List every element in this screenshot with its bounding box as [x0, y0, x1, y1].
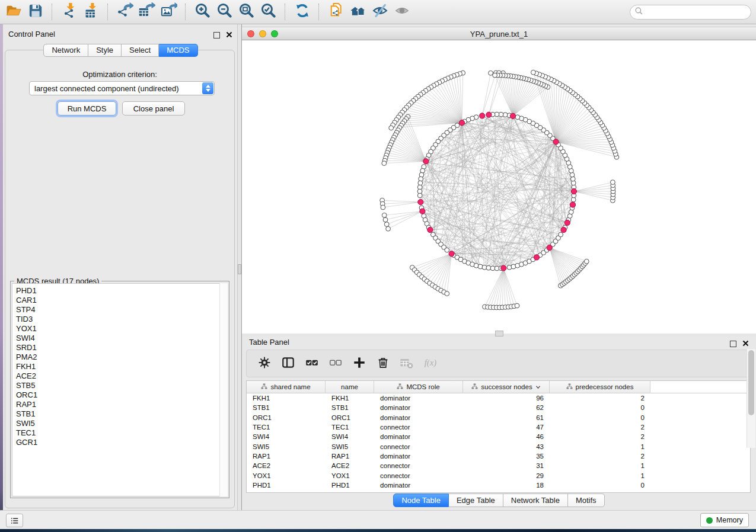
mcds-result-item[interactable]: RAP1 — [16, 400, 227, 409]
zoom-out-icon — [216, 2, 233, 21]
tree-icon — [566, 383, 573, 391]
deselect-all-checkboxes-button[interactable] — [326, 354, 344, 373]
column-header-predecessor-nodes[interactable]: predecessor nodes — [550, 381, 650, 393]
table-cell: YOX1 — [247, 472, 326, 479]
zoom-in-button[interactable] — [192, 2, 213, 22]
mcds-result-item[interactable]: ACE2 — [16, 371, 227, 381]
close-panel-button[interactable]: Close panel — [122, 101, 185, 116]
table-scrollbar[interactable] — [747, 349, 755, 448]
import-network-button[interactable] — [58, 2, 80, 22]
refresh-button[interactable] — [291, 2, 313, 22]
clone-network-button[interactable] — [325, 2, 347, 22]
table-row[interactable]: SWI4SWI4dominator462 — [247, 432, 750, 441]
mcds-result-item[interactable]: STB1 — [16, 409, 227, 419]
close-traffic-light[interactable] — [247, 30, 254, 37]
table-row[interactable]: ACE2ACE2connector311 — [247, 461, 750, 470]
column-header-label: MCDS role — [406, 383, 439, 390]
network-window-titlebar[interactable]: YPA_prune.txt_1 — [242, 27, 756, 40]
tab-edge-table[interactable]: Edge Table — [449, 493, 503, 507]
import-table-button[interactable] — [80, 2, 102, 22]
table-cell: dominator — [374, 395, 463, 402]
mcds-result-item[interactable]: ORC1 — [16, 390, 227, 400]
network-canvas[interactable] — [242, 40, 756, 334]
mcds-result-item[interactable]: CAR1 — [16, 296, 227, 305]
scrollbar-thumb[interactable] — [748, 350, 754, 415]
search-input[interactable] — [644, 6, 751, 19]
export-network-button[interactable] — [114, 2, 136, 22]
maximize-traffic-light[interactable] — [271, 30, 278, 37]
float-panel-icon[interactable] — [213, 32, 220, 39]
zoom-out-button[interactable] — [213, 2, 235, 22]
mcds-result-item[interactable]: SWI4 — [16, 334, 227, 343]
tab-node-table[interactable]: Node Table — [393, 493, 449, 507]
table-row[interactable]: PHD1PHD1dominator180 — [247, 480, 750, 490]
table-row[interactable]: FKH1FKH1dominator962 — [247, 393, 750, 403]
run-mcds-button[interactable]: Run MCDS — [58, 101, 116, 116]
zoom-fit-button[interactable] — [235, 2, 257, 22]
split-columns-button[interactable] — [279, 354, 297, 373]
mcds-result-item[interactable]: TID3 — [16, 315, 227, 324]
show-all-networks-button[interactable] — [347, 2, 369, 22]
search-field[interactable] — [630, 5, 751, 20]
tab-network-table[interactable]: Network Table — [503, 493, 568, 507]
table-cell: ORC1 — [326, 414, 374, 421]
import-network-icon — [61, 2, 78, 21]
table-cell: 43 — [463, 443, 550, 450]
mcds-result-item[interactable]: FKH1 — [16, 362, 227, 371]
task-history-button[interactable] — [6, 514, 23, 527]
tab-network[interactable]: Network — [43, 44, 88, 57]
mcds-result-item[interactable]: STB5 — [16, 381, 227, 390]
mcds-result-item[interactable]: SWI5 — [16, 419, 227, 428]
hide-selected-button[interactable] — [369, 2, 391, 22]
table-row[interactable]: TEC1TEC1connector472 — [247, 422, 750, 432]
mcds-result-item[interactable]: STP4 — [16, 305, 227, 315]
tab-motifs[interactable]: Motifs — [568, 493, 605, 507]
add-column-button[interactable] — [350, 354, 368, 373]
table-row[interactable]: ORC1ORC1dominator610 — [247, 413, 750, 422]
mcds-result-item[interactable]: TEC1 — [16, 428, 227, 438]
float-panel-icon[interactable] — [730, 341, 736, 347]
export-table-button[interactable] — [136, 2, 158, 22]
save-button[interactable] — [24, 2, 46, 22]
table-panel-title: Table Panel — [249, 338, 289, 347]
column-header-shared-name[interactable]: shared name — [247, 381, 326, 393]
header-filler — [650, 381, 750, 393]
optimization-criterion-select[interactable]: largest connected component (undirected) — [29, 81, 215, 95]
close-panel-icon[interactable] — [226, 30, 232, 40]
mcds-result-item[interactable]: PMA2 — [16, 352, 227, 362]
tab-select[interactable]: Select — [122, 44, 159, 57]
close-panel-icon[interactable] — [742, 338, 749, 349]
delete-column-button[interactable] — [374, 354, 392, 373]
mcds-list-scrollbar[interactable] — [219, 283, 228, 496]
settings-gear-button[interactable] — [255, 354, 273, 373]
export-image-button[interactable] — [158, 2, 180, 22]
tab-mcds[interactable]: MCDS — [159, 44, 197, 57]
table-row[interactable]: SWI5SWI5connector431 — [247, 441, 750, 451]
table-row[interactable]: STB1STB1dominator620 — [247, 403, 750, 412]
table-row[interactable]: YOX1YOX1connector291 — [247, 470, 750, 480]
mcds-result-list[interactable]: PHD1CAR1STP4TID3YOX1SWI4SRD1PMA2FKH1ACE2… — [12, 283, 228, 496]
column-header-label: name — [341, 383, 358, 390]
mcds-result-item[interactable]: SRD1 — [16, 343, 227, 352]
open-folder-button[interactable] — [2, 2, 24, 22]
table-cell: SWI4 — [247, 433, 326, 440]
table-cell: 2 — [550, 433, 650, 440]
mcds-result-item[interactable]: GCR1 — [16, 438, 227, 447]
table-row[interactable]: RAP1RAP1dominator352 — [247, 451, 750, 461]
show-hidden-button[interactable] — [391, 2, 413, 22]
memory-button[interactable]: Memory — [700, 513, 749, 527]
vertical-splitter[interactable] — [237, 24, 242, 529]
splitter-handle[interactable] — [495, 331, 503, 336]
network-graph[interactable] — [242, 40, 756, 334]
column-header-successor-nodes[interactable]: successor nodes — [463, 381, 550, 393]
column-header-name[interactable]: name — [326, 381, 374, 393]
mcds-result-item[interactable]: PHD1 — [16, 286, 227, 296]
export-network-icon — [117, 2, 133, 21]
zoom-selected-button[interactable] — [257, 2, 279, 22]
minimize-traffic-light[interactable] — [259, 30, 266, 37]
tab-style[interactable]: Style — [88, 44, 122, 57]
select-all-checkboxes-button[interactable] — [302, 354, 321, 373]
splitter-handle[interactable] — [238, 264, 241, 274]
mcds-result-item[interactable]: YOX1 — [16, 324, 227, 334]
column-header-mcds-role[interactable]: MCDS role — [374, 381, 463, 393]
